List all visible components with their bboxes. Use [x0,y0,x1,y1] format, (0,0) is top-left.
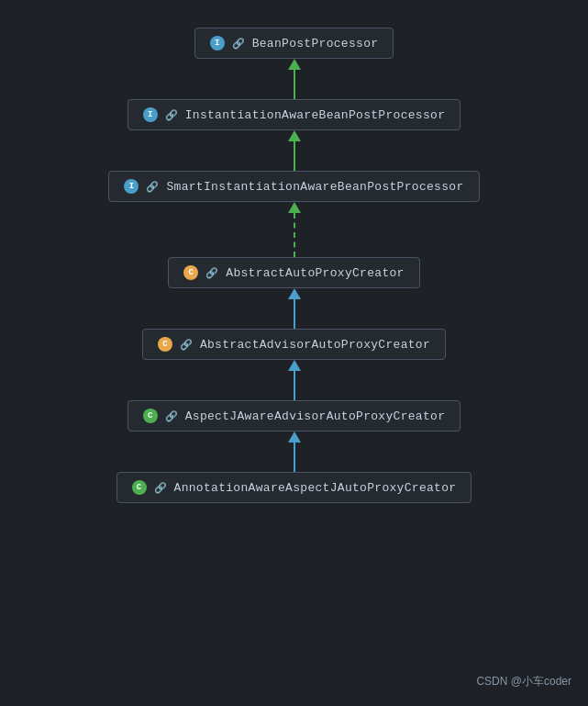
diagram-container: I 🔗 BeanPostProcessor I 🔗 InstantiationA… [0,0,588,706]
connector-1 [288,59,301,99]
icon-interface-bpp: I [210,36,225,50]
line-1 [294,70,295,99]
label-aspectj-aware-advisor: AspectJAwareAdvisorAutoProxyCreator [185,409,446,423]
line-3-dashed [294,213,295,257]
watermark: CSDN @小车coder [476,674,571,689]
link-icon-ajaapc: 🔗 [165,410,178,422]
connector-4 [288,288,301,329]
link-icon-aaajapc: 🔗 [154,482,167,494]
link-icon-siabpp: 🔗 [146,181,159,193]
arrowhead-2 [288,130,301,141]
connector-5 [288,360,301,400]
icon-class-ajaapc: C [143,409,158,423]
label-bean-post-processor: BeanPostProcessor [252,37,379,50]
node-annotation-aware-aspectj: C 🔗 AnnotationAwareAspectJAutoProxyCreat… [116,472,472,503]
icon-interface-siabpp: I [124,179,139,194]
arrowhead-5 [288,360,301,371]
line-2 [294,141,295,171]
link-icon-bpp: 🔗 [232,38,245,50]
connector-2 [288,130,301,171]
label-abstract-advisor-auto-proxy: AbstractAdvisorAutoProxyCreator [200,338,430,352]
link-icon-aaapc: 🔗 [180,339,193,351]
link-icon-apc: 🔗 [205,267,218,279]
icon-class-aaajapc: C [132,480,147,495]
line-5 [294,371,295,400]
icon-interface-iabpp: I [143,107,158,122]
node-smart-instantiation-aware: I 🔗 SmartInstantiationAwareBeanPostProce… [108,171,479,202]
icon-abstract-apc: C [183,265,198,280]
label-instantiation-aware: InstantiationAwareBeanPostProcessor [185,108,446,122]
arrowhead-4 [288,288,301,299]
line-6 [294,443,295,472]
connector-3 [288,202,301,257]
line-4 [294,299,295,329]
icon-abstract-aaapc: C [158,337,172,352]
node-aspectj-aware-advisor: C 🔗 AspectJAwareAdvisorAutoProxyCreator [128,400,461,431]
label-annotation-aware-aspectj: AnnotationAwareAspectJAutoProxyCreator [174,481,457,495]
label-abstract-auto-proxy: AbstractAutoProxyCreator [226,266,404,280]
arrowhead-6 [288,431,301,443]
node-abstract-advisor-auto-proxy: C 🔗 AbstractAdvisorAutoProxyCreator [142,329,446,360]
node-abstract-auto-proxy: C 🔗 AbstractAutoProxyCreator [168,257,419,288]
label-smart-instantiation-aware: SmartInstantiationAwareBeanPostProcessor [166,180,463,194]
connector-6 [288,431,301,472]
link-icon-iabpp: 🔗 [165,109,178,121]
node-instantiation-aware: I 🔗 InstantiationAwareBeanPostProcessor [128,99,461,130]
arrowhead-3 [288,202,301,213]
node-bean-post-processor: I 🔗 BeanPostProcessor [194,28,394,59]
arrowhead-1 [288,59,301,70]
